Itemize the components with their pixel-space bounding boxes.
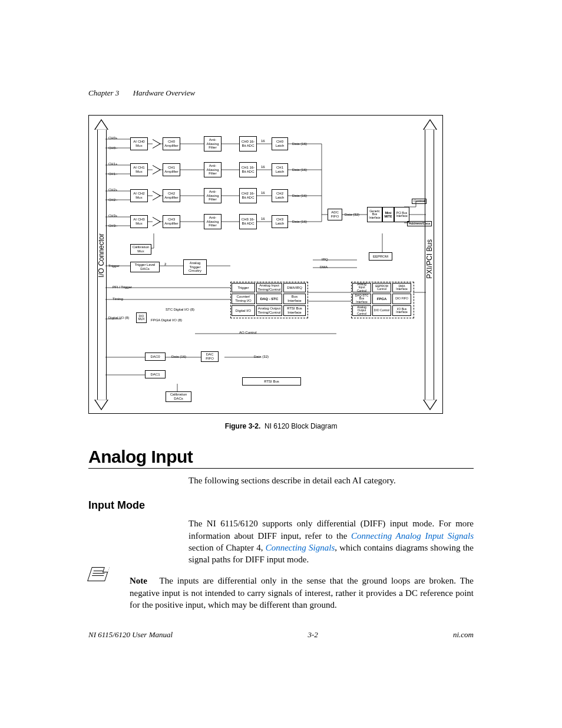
ch1-data: Data (16) xyxy=(292,168,307,172)
figure-caption: Figure 3-2. NI 6120 Block Diagram xyxy=(88,422,474,430)
note-label: Note xyxy=(130,576,147,585)
fpga-r2c2: I/O Bus Interface xyxy=(392,305,411,316)
trig-circuitry: Analog Trigger Circuitry xyxy=(183,259,207,275)
ch0-latch: CH0 Latch xyxy=(272,137,288,150)
trig-dacs: Trigger Level DACs xyxy=(130,262,160,272)
fpga-dio-label: FPGA Digital I/O (8) xyxy=(151,318,182,322)
chapter-number: Chapter 3 xyxy=(88,88,119,97)
adc-fifo: ADC FIFO xyxy=(328,209,342,220)
figure-caption-label: Figure 3-2. xyxy=(225,422,261,430)
ch3-pos: CH3+ xyxy=(108,214,118,218)
dac1: DAC1 xyxy=(145,370,166,378)
rtsi-bus: RTSI Bus xyxy=(242,377,301,386)
subsection-heading-input-mode: Input Mode xyxy=(88,499,474,512)
ch0-neg: CH0– xyxy=(108,146,117,150)
ch0-data: Data (16) xyxy=(292,142,307,146)
mite-right: PCI Bus Interface xyxy=(394,207,409,222)
ch2-adc: CH2 16-Bit ADC xyxy=(239,188,257,203)
ao-control-label: AO Control xyxy=(239,331,257,335)
link-connecting-signals[interactable]: Connecting Signals xyxy=(266,543,335,552)
stc-r1c2: Bus Interface xyxy=(283,294,306,304)
ch1-filter: Anti- Aliasing Filter xyxy=(204,162,222,177)
dma-label: DMA xyxy=(320,265,328,269)
ch2-mux: AI CH2 Mux xyxy=(130,189,148,202)
stc-r0c0: Trigger xyxy=(232,283,255,292)
fpga-r1c2: DIO FIFO xyxy=(392,294,411,304)
figure-caption-text: NI 6120 Block Diagram xyxy=(265,422,337,430)
cal-dacs: Calibration DACs xyxy=(166,391,191,402)
chapter-title: Hardware Overview xyxy=(133,88,196,97)
stc-r0c1: Analog Input Timing/Control xyxy=(256,283,282,292)
trig-2: 2 xyxy=(164,262,166,266)
data32-label: Data (32) xyxy=(345,213,359,217)
footer-right: ni.com xyxy=(453,630,474,640)
footer-center: 3-2 xyxy=(308,630,318,640)
irq-label: IRQ xyxy=(322,258,328,262)
section-heading-analog-input: Analog Input xyxy=(88,447,474,469)
stc-r0c2: DMA/IRQ xyxy=(283,283,306,292)
control-label: Control xyxy=(412,199,427,204)
ch3-latch: CH3 Latch xyxy=(272,215,288,228)
ch0-mux: AI CH0 Mux xyxy=(130,137,148,150)
trigger-label: Trigger xyxy=(108,264,120,268)
stc-r2c2: RTSI Bus Interface xyxy=(283,305,306,316)
data32b-label: Data (32) xyxy=(254,355,269,359)
link-connecting-ai-signals[interactable]: Connecting Analog Input Signals xyxy=(351,531,474,541)
ch3-amp: CH3 Amplifier xyxy=(163,215,180,228)
dio08-label: Digital I/O (8) xyxy=(108,316,129,320)
fpga-r1c0: DAQ-STC Bus Interface xyxy=(352,294,371,304)
stc-dio-label: STC Digital I/O (8) xyxy=(166,308,194,312)
ch0-pos: CH0+ xyxy=(108,136,118,140)
ch3-mux: AI CH3 Mux xyxy=(130,215,148,228)
timing-label: Timing xyxy=(113,297,123,301)
ch0-amp: CH0 Amplifier xyxy=(163,137,180,150)
p1-b: section of Chapter 4, xyxy=(189,543,266,552)
data16-label: Data (16) xyxy=(171,355,186,359)
ch1-neg: CH1– xyxy=(108,172,117,176)
running-header: Chapter 3 Hardware Overview xyxy=(88,88,195,98)
fpga-r0c2: DMA Interface xyxy=(392,283,411,292)
ch2-data: Data (16) xyxy=(292,194,307,198)
ch1-bits: 16 xyxy=(261,165,265,169)
eeprom: EEPROM xyxy=(369,252,392,261)
dio-mux: DIO MUX xyxy=(136,312,147,323)
ch3-adc: CH3 16-Bit ADC xyxy=(239,214,257,229)
addrdata-label: Address/Data xyxy=(407,221,432,226)
ch3-data: Data (16) xyxy=(292,220,307,224)
ch2-neg: CH2– xyxy=(108,198,117,202)
input-mode-paragraph: The NI 6115/6120 supports only different… xyxy=(189,518,474,565)
note-paragraph: Note The inputs are differential only in… xyxy=(130,575,474,611)
stc-r2c1: Analog Output Timing/Control xyxy=(256,305,282,316)
block-diagram-figure: I/O Connector PXI/PCI Bus xyxy=(88,115,443,414)
stc-r1c0: Counter/ Timing I/O xyxy=(232,294,255,304)
note-icon xyxy=(87,567,110,581)
mite-mid: Mini MITE xyxy=(382,207,394,222)
pfi-label: PFI / Trigger xyxy=(113,285,132,289)
ch1-latch: CH1 Latch xyxy=(272,163,288,176)
note-text: The inputs are differential only in the … xyxy=(130,576,474,610)
fpga-r1c1: FPGA xyxy=(372,294,391,304)
ch2-pos: CH2+ xyxy=(108,188,118,192)
ch3-bits: 16 xyxy=(261,217,265,221)
dac0: DAC0 xyxy=(145,353,166,361)
ch0-filter: Anti- Aliasing Filter xyxy=(204,136,222,151)
dac-fifo: DAC FIFO xyxy=(201,351,219,362)
cal-mux: Calibration Mux xyxy=(130,244,151,255)
ch2-filter: Anti- Aliasing Filter xyxy=(204,188,222,203)
stc-r2c0: Digital I/O xyxy=(232,305,255,316)
fpga-r0c0: Analog Input Control xyxy=(352,283,371,292)
fpga-r0c1: EEPROM Control xyxy=(372,283,391,292)
ch2-amp: CH2 Amplifier xyxy=(163,189,180,202)
ch1-mux: AI CH1 Mux xyxy=(130,163,148,176)
ch1-adc: CH1 16-Bit ADC xyxy=(239,162,257,177)
ch3-filter: Anti- Aliasing Filter xyxy=(204,214,222,229)
ch2-latch: CH2 Latch xyxy=(272,189,288,202)
fpga-r2c0: Analog Output Control xyxy=(352,305,371,316)
intro-paragraph: The following sections describe in detai… xyxy=(189,475,474,486)
ch1-pos: CH1+ xyxy=(108,162,118,166)
stc-r1c1: DAQ - STC xyxy=(256,294,282,304)
page-footer: NI 6115/6120 User Manual 3-2 ni.com xyxy=(88,630,474,640)
mite-left: Generic Bus Interface xyxy=(367,207,382,222)
ch0-adc: CH0 16-Bit ADC xyxy=(239,136,257,151)
ch2-bits: 16 xyxy=(261,191,265,195)
